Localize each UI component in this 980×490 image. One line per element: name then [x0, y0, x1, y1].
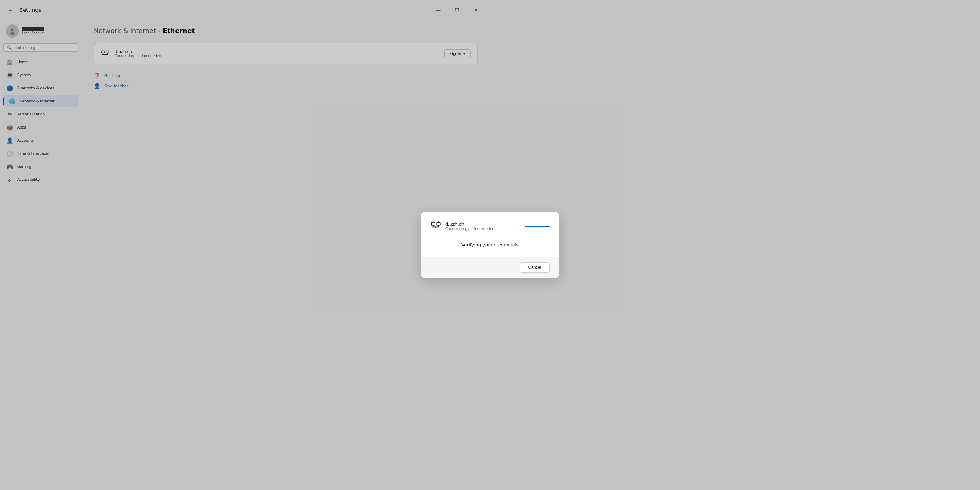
modal-overlay: d.uzh.ch Connecting, action needed Verif… [0, 0, 490, 245]
modal-verifying-text: Verifying your credentials [430, 238, 490, 245]
credentials-modal: d.uzh.ch Connecting, action needed Verif… [421, 212, 490, 245]
modal-conn-status: Connecting, action needed [445, 227, 490, 231]
modal-connection-row: d.uzh.ch Connecting, action needed [430, 220, 490, 233]
modal-conn-name: d.uzh.ch [445, 222, 490, 227]
modal-body: d.uzh.ch Connecting, action needed Verif… [421, 212, 490, 245]
modal-conn-info: d.uzh.ch Connecting, action needed [445, 222, 490, 231]
modal-ethernet-icon [430, 220, 441, 233]
svg-rect-8 [431, 223, 435, 226]
svg-point-14 [437, 221, 439, 223]
modal-ethernet-svg [430, 220, 441, 231]
